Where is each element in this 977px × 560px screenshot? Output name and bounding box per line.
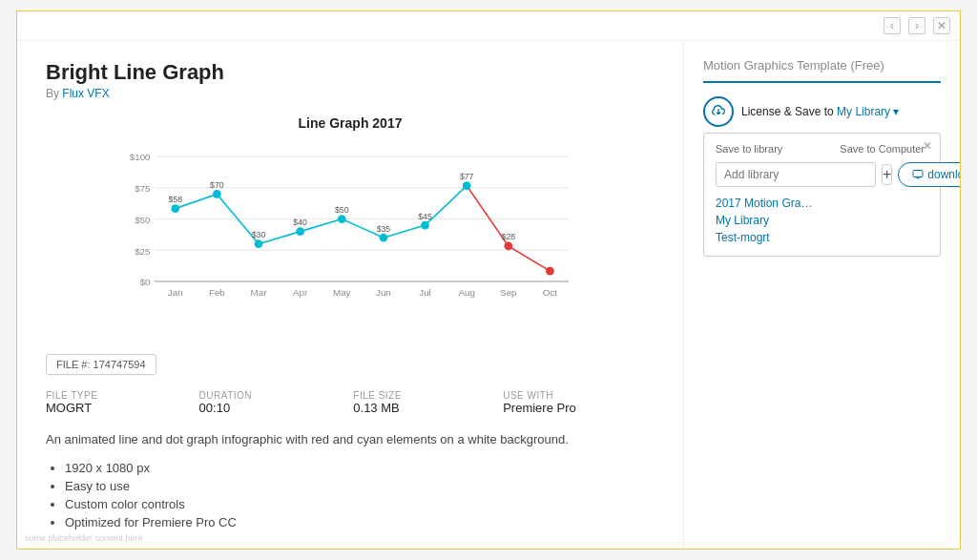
file-type-label: FILE TYPE [46, 390, 177, 401]
save-dropdown: ✕ Save to library Save to Computer + dow… [703, 133, 941, 257]
svg-text:$45: $45 [418, 212, 432, 221]
file-size-label: FILE SIZE [353, 390, 480, 401]
library-item-0[interactable]: 2017 Motion Gra… [716, 195, 928, 212]
svg-text:$75: $75 [135, 183, 151, 194]
svg-text:$50: $50 [335, 205, 349, 215]
feature-item: Optimized for Premiere Pro CC [65, 515, 655, 529]
svg-text:Aug: Aug [458, 287, 474, 298]
svg-text:$25: $25 [135, 246, 151, 257]
svg-text:$58: $58 [168, 195, 182, 204]
line-chart: $100 $75 $50 $25 $0 Jan Feb Mar Apr [121, 140, 579, 331]
svg-text:$30: $30 [252, 230, 266, 239]
duration-value: 00:10 [199, 401, 331, 415]
prev-button[interactable]: ‹ [883, 17, 901, 34]
download-button[interactable]: download [898, 162, 960, 187]
save-dropdown-header: Save to library Save to Computer [716, 143, 928, 155]
feature-item: Custom color controls [65, 497, 655, 511]
use-with-label: USE WITH [503, 390, 655, 401]
svg-point-28 [504, 242, 512, 251]
file-id-value: 174747594 [94, 359, 146, 370]
add-library-input[interactable] [716, 162, 876, 187]
svg-point-25 [380, 234, 388, 242]
library-item-1[interactable]: My Library [716, 212, 928, 229]
svg-text:Jun: Jun [376, 287, 391, 298]
file-id-badge: FILE #: 174747594 [46, 354, 156, 375]
library-list: 2017 Motion Gra… My Library Test-mogrt [716, 195, 928, 246]
duration-label: DURATION [199, 390, 331, 401]
svg-text:Jan: Jan [168, 287, 183, 298]
svg-point-27 [463, 181, 471, 190]
svg-point-24 [338, 215, 346, 223]
file-size-value: 0.13 MB [353, 401, 480, 415]
by-line: By Flux VFX [46, 87, 655, 100]
svg-point-20 [171, 204, 179, 213]
download-label: download [927, 168, 960, 181]
license-text: License & Save to My Library ▾ [741, 105, 899, 118]
save-library-label: Save to library [716, 143, 782, 155]
file-type-value: MOGRT [46, 401, 177, 415]
svg-text:Apr: Apr [293, 287, 308, 298]
template-title-text: Motion Graphics Template [703, 58, 847, 73]
metadata-grid: FILE TYPE MOGRT DURATION 00:10 FILE SIZE… [46, 390, 655, 415]
template-title: Motion Graphics Template (Free) [703, 58, 884, 73]
svg-point-26 [421, 221, 429, 230]
next-button[interactable]: › [908, 17, 925, 34]
save-computer-label: Save to Computer [840, 143, 925, 155]
svg-point-23 [296, 227, 304, 236]
close-button[interactable]: ✕ [933, 17, 950, 34]
svg-point-21 [213, 190, 221, 198]
add-library-button[interactable]: + [882, 164, 892, 185]
description-text: An animated line and dot graph infograph… [46, 430, 655, 449]
svg-text:$40: $40 [293, 218, 307, 227]
svg-rect-39 [913, 171, 923, 177]
save-input-row: + download [716, 162, 928, 187]
titlebar: ‹ › ✕ [17, 11, 960, 41]
template-header: Motion Graphics Template (Free) [703, 56, 941, 83]
feature-item: 1920 x 1080 px [65, 461, 655, 475]
feature-list: 1920 x 1080 px Easy to use Custom color … [46, 461, 655, 529]
similar-keywords-label: SIMILAR KEYWORDS [46, 549, 655, 550]
svg-text:$28: $28 [502, 232, 516, 241]
chart-container: Line Graph 2017 $100 $75 $50 $25 $0 Jan [121, 115, 579, 335]
license-row: License & Save to My Library ▾ [703, 96, 941, 127]
svg-text:Jul: Jul [419, 287, 431, 298]
library-item-2[interactable]: Test-mogrt [716, 229, 928, 246]
template-badge: (Free) [850, 58, 883, 73]
use-with-value: Premiere Pro [503, 401, 655, 415]
author-link[interactable]: Flux VFX [62, 87, 109, 100]
svg-text:$70: $70 [210, 180, 224, 190]
svg-text:Feb: Feb [209, 287, 225, 298]
svg-point-22 [255, 239, 263, 248]
svg-text:$0: $0 [140, 277, 151, 287]
by-prefix: By [46, 87, 62, 100]
cloud-save-icon[interactable] [703, 96, 734, 127]
svg-text:$77: $77 [460, 172, 474, 181]
file-id-label: FILE #: [56, 359, 90, 370]
svg-text:$35: $35 [377, 224, 391, 234]
right-panel: Motion Graphics Template (Free) License … [683, 41, 960, 549]
content-area: Bright Line Graph By Flux VFX Line Graph… [17, 41, 960, 549]
svg-text:Mar: Mar [251, 287, 268, 298]
svg-text:$50: $50 [135, 215, 151, 225]
main-window: ‹ › ✕ Bright Line Graph By Flux VFX Line… [16, 10, 961, 550]
feature-item: Easy to use [65, 479, 655, 493]
svg-text:Sep: Sep [500, 287, 517, 298]
svg-text:Oct: Oct [543, 287, 558, 298]
chart-title: Line Graph 2017 [121, 115, 579, 131]
left-panel: Bright Line Graph By Flux VFX Line Graph… [17, 41, 683, 549]
watermark: some placeholder content here [25, 533, 143, 543]
svg-point-29 [546, 267, 554, 276]
svg-text:May: May [333, 287, 351, 298]
library-link[interactable]: My Library ▾ [837, 105, 899, 118]
svg-text:$100: $100 [130, 152, 151, 162]
page-title: Bright Line Graph [46, 60, 655, 85]
save-dropdown-close-button[interactable]: ✕ [923, 139, 932, 153]
